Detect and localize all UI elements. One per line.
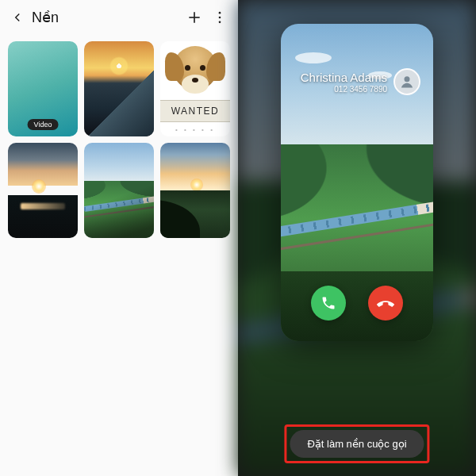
bg-tile-lake-sunset[interactable] bbox=[8, 143, 78, 238]
caller-info: Christina Adams 012 3456 7890 bbox=[281, 68, 433, 95]
svg-point-3 bbox=[219, 17, 221, 19]
caller-number: 012 3456 7890 bbox=[301, 85, 387, 94]
accept-call-button[interactable] bbox=[311, 286, 346, 321]
svg-point-5 bbox=[405, 76, 410, 82]
user-icon bbox=[399, 74, 415, 90]
bg-tile-gradient-video[interactable]: Video bbox=[8, 41, 78, 136]
more-vertical-icon bbox=[212, 10, 228, 25]
wanted-banner: WANTED bbox=[160, 100, 230, 122]
background-picker-screen: Nền Video WANTED • • • • • bbox=[0, 0, 238, 476]
caller-name: Christina Adams bbox=[301, 71, 387, 84]
backgrounds-grid: Video WANTED • • • • • bbox=[0, 35, 238, 244]
page-title: Nền bbox=[32, 9, 179, 26]
phone-icon bbox=[321, 295, 336, 311]
phone-down-icon bbox=[377, 294, 394, 312]
set-button-highlight: Đặt làm nền cuộc gọi bbox=[284, 424, 429, 463]
bg-tile-wanted-dog[interactable]: WANTED • • • • • bbox=[160, 41, 230, 136]
decline-call-button[interactable] bbox=[368, 286, 403, 321]
plus-icon bbox=[186, 10, 202, 25]
more-button[interactable] bbox=[209, 10, 230, 25]
call-overlay: Christina Adams 012 3456 7890 bbox=[281, 24, 433, 341]
svg-point-2 bbox=[219, 12, 221, 14]
video-badge: Video bbox=[28, 119, 59, 130]
call-buttons bbox=[281, 286, 433, 321]
wanted-label: WANTED bbox=[171, 106, 220, 117]
dog-illustration bbox=[173, 46, 217, 90]
bg-tile-rocky-sunset[interactable] bbox=[84, 41, 154, 136]
avatar bbox=[393, 68, 420, 95]
header: Nền bbox=[0, 0, 238, 35]
add-button[interactable] bbox=[184, 10, 205, 25]
pager-dots: • • • • • bbox=[160, 126, 230, 133]
bg-tile-hill-sunset[interactable] bbox=[160, 143, 230, 238]
set-as-call-background-button[interactable]: Đặt làm nền cuộc gọi bbox=[290, 430, 424, 458]
bg-tile-train-valley[interactable] bbox=[84, 143, 154, 238]
back-button[interactable] bbox=[8, 10, 27, 25]
back-chevron-icon bbox=[10, 10, 25, 25]
phone-preview: Christina Adams 012 3456 7890 bbox=[281, 24, 433, 341]
call-background-preview-screen: Christina Adams 012 3456 7890 Đặt làm nề… bbox=[238, 0, 476, 476]
svg-point-4 bbox=[219, 21, 221, 24]
